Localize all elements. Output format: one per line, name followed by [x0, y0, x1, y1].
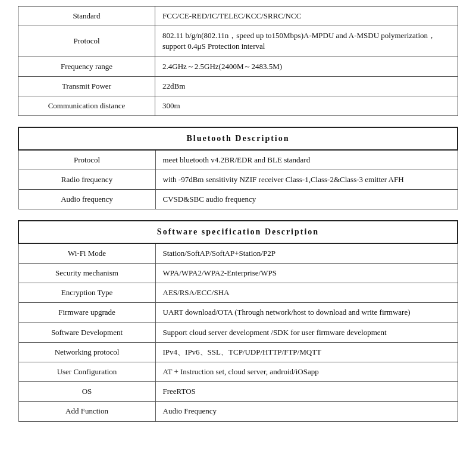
row-value: 802.11 b/g/n(802.11n，speed up to150Mbps)… — [155, 26, 458, 57]
row-label: Networking protocol — [18, 342, 155, 362]
table-row: Wi-Fi Mode Station/SoftAP/SoftAP+Station… — [18, 243, 458, 264]
row-value: Audio Frequency — [155, 402, 458, 421]
software-spec-table: Software specification Description Wi-Fi… — [18, 220, 458, 421]
table-row: Communication distance 300m — [18, 96, 458, 115]
row-label: Transmit Power — [18, 76, 155, 96]
bluetooth-header: Bluetooth Description — [18, 127, 458, 150]
row-label: Protocol — [18, 26, 155, 57]
table-row: Protocol meet bluetooth v4.2BR/EDR and B… — [18, 150, 458, 170]
table-row: Protocol 802.11 b/g/n(802.11n，speed up t… — [18, 26, 458, 57]
row-value: Station/SoftAP/SoftAP+Station/P2P — [155, 243, 458, 264]
table-row: Add Function Audio Frequency — [18, 402, 458, 421]
row-label: Standard — [18, 7, 155, 26]
section-header-row: Software specification Description — [18, 221, 458, 243]
software-header: Software specification Description — [18, 221, 458, 243]
row-label: Software Development — [18, 322, 155, 342]
row-value: 300m — [155, 96, 458, 115]
table-row: Networking protocol IPv4、IPv6、SSL、TCP/UD… — [18, 342, 458, 362]
row-value: FCC/CE-RED/IC/TELEC/KCC/SRRC/NCC — [155, 7, 458, 26]
row-label: Communication distance — [18, 96, 155, 115]
row-value: Support cloud server development /SDK fo… — [155, 322, 458, 342]
table-row: User Configuration AT + Instruction set,… — [18, 362, 458, 382]
row-value: IPv4、IPv6、SSL、TCP/UDP/HTTP/FTP/MQTT — [155, 342, 458, 362]
row-label: Audio frequency — [18, 190, 155, 209]
table-row: Standard FCC/CE-RED/IC/TELEC/KCC/SRRC/NC… — [18, 7, 458, 26]
row-value: WPA/WPA2/WPA2-Enterprise/WPS — [155, 264, 458, 283]
row-label: Add Function — [18, 402, 155, 421]
row-value: FreeRTOS — [155, 382, 458, 402]
row-label: Protocol — [18, 150, 155, 170]
table-row: Frequency range 2.4GHz～2.5GHz(2400M～2483… — [18, 57, 458, 76]
row-label: Frequency range — [18, 57, 155, 76]
row-label: User Configuration — [18, 362, 155, 382]
row-value: AES/RSA/ECC/SHA — [155, 283, 458, 303]
row-value: 2.4GHz～2.5GHz(2400M～2483.5M) — [155, 57, 458, 76]
row-value: UART download/OTA (Through network/host … — [155, 303, 458, 322]
table-row: Security mechanism WPA/WPA2/WPA2-Enterpr… — [18, 264, 458, 283]
table-row: Encryption Type AES/RSA/ECC/SHA — [18, 283, 458, 303]
row-value: CVSD&SBC audio frequency — [155, 190, 458, 209]
bluetooth-spec-table: Bluetooth Description Protocol meet blue… — [18, 127, 458, 209]
row-label: Wi-Fi Mode — [18, 243, 155, 264]
row-label: Security mechanism — [18, 264, 155, 283]
row-label: Encryption Type — [18, 283, 155, 303]
table-row: Radio frequency with -97dBm sensitivity … — [18, 170, 458, 189]
row-value: 22dBm — [155, 76, 458, 96]
table-row: Firmware upgrade UART download/OTA (Thro… — [18, 303, 458, 322]
table-row: Transmit Power 22dBm — [18, 76, 458, 96]
row-value: meet bluetooth v4.2BR/EDR and BLE standa… — [155, 150, 458, 170]
section-header-row: Bluetooth Description — [18, 127, 458, 150]
row-label: Radio frequency — [18, 170, 155, 189]
table-row: OS FreeRTOS — [18, 382, 458, 402]
row-value: AT + Instruction set, cloud server, andr… — [155, 362, 458, 382]
row-value: with -97dBm sensitivity NZIF receiver Cl… — [155, 170, 458, 189]
table-row: Software Development Support cloud serve… — [18, 322, 458, 342]
table-row: Audio frequency CVSD&SBC audio frequency — [18, 190, 458, 209]
row-label: OS — [18, 382, 155, 402]
row-label: Firmware upgrade — [18, 303, 155, 322]
wifi-spec-table: Standard FCC/CE-RED/IC/TELEC/KCC/SRRC/NC… — [18, 6, 458, 116]
